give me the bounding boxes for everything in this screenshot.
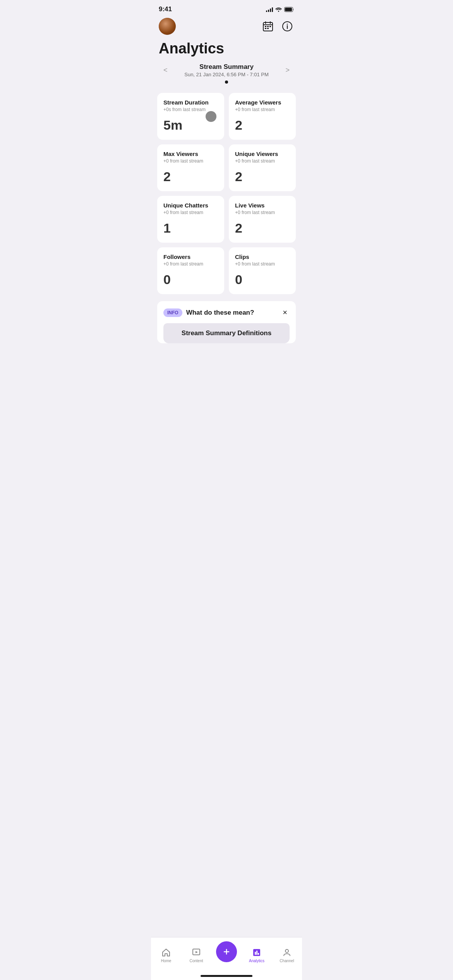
stat-label: Unique Viewers (235, 151, 290, 157)
close-info-button[interactable]: × (280, 307, 290, 318)
stat-card: Max Viewers+0 from last stream2 (157, 144, 224, 191)
info-badge: INFO (163, 308, 182, 317)
stream-date: Sun, 21 Jan 2024, 6:56 PM - 7:01 PM (172, 72, 281, 77)
stat-label: Unique Chatters (163, 202, 218, 209)
stat-value: 0 (235, 272, 290, 287)
stat-card: Unique Viewers+0 from last stream2 (229, 144, 296, 191)
stat-value: 2 (235, 169, 290, 184)
avatar[interactable] (159, 18, 176, 35)
stat-change: +0 from last stream (235, 261, 290, 267)
svg-rect-7 (267, 26, 269, 27)
stream-nav: < Stream Summary Sun, 21 Jan 2024, 6:56 … (159, 63, 294, 77)
page-title: Analytics (159, 40, 294, 57)
svg-rect-6 (265, 26, 266, 27)
svg-rect-1 (285, 8, 292, 11)
stat-change: +0 from last stream (163, 210, 218, 215)
definitions-button[interactable]: Stream Summary Definitions (163, 323, 290, 343)
stat-value: 1 (163, 221, 218, 236)
svg-rect-10 (267, 28, 269, 29)
stat-card: Average Viewers+0 from last stream2 (229, 93, 296, 140)
stat-card: Live Views+0 from last stream2 (229, 196, 296, 243)
stat-change: +0 from last stream (235, 107, 290, 112)
prev-stream-button[interactable]: < (159, 65, 172, 76)
svg-point-13 (287, 24, 288, 25)
stream-summary-title: Stream Summary (172, 63, 281, 71)
info-banner: INFO What do these mean? × Stream Summar… (157, 301, 296, 343)
stat-label: Average Viewers (235, 99, 290, 106)
dot-indicator (159, 81, 294, 84)
stat-value: 2 (163, 169, 218, 184)
calendar-icon (263, 21, 273, 32)
stat-label: Clips (235, 254, 290, 260)
stat-change: +0 from last stream (235, 158, 290, 164)
wifi-icon (275, 7, 282, 12)
status-icons (266, 7, 294, 12)
drag-handle[interactable] (206, 111, 216, 122)
stat-card: Stream Duration+0s from last stream5m (157, 93, 224, 140)
stats-grid: Stream Duration+0s from last stream5mAve… (151, 91, 302, 296)
stat-label: Live Views (235, 202, 290, 209)
stat-label: Stream Duration (163, 99, 218, 106)
page-title-section: Analytics (151, 39, 302, 63)
battery-icon (284, 7, 294, 12)
stat-value: 0 (163, 272, 218, 287)
svg-rect-9 (265, 28, 266, 29)
top-nav (151, 15, 302, 39)
info-left: INFO What do these mean? (163, 308, 254, 317)
stat-change: +0 from last stream (163, 158, 218, 164)
signal-icon (266, 7, 273, 12)
stat-card: Followers+0 from last stream0 (157, 247, 224, 294)
stat-card: Unique Chatters+0 from last stream1 (157, 196, 224, 243)
status-time: 9:41 (159, 5, 172, 13)
calendar-button[interactable] (261, 19, 275, 33)
stat-label: Max Viewers (163, 151, 218, 157)
info-header: INFO What do these mean? × (163, 307, 290, 318)
stat-label: Followers (163, 254, 218, 260)
pagination-dot (225, 81, 228, 84)
next-stream-button[interactable]: > (281, 65, 294, 76)
svg-rect-8 (269, 26, 271, 27)
info-button[interactable] (280, 19, 294, 33)
stat-card: Clips+0 from last stream0 (229, 247, 296, 294)
stat-value: 2 (235, 221, 290, 236)
info-question: What do these mean? (186, 309, 254, 317)
stat-change: +0 from last stream (235, 210, 290, 215)
info-circle-icon (282, 21, 293, 32)
stat-value: 2 (235, 118, 290, 133)
status-bar: 9:41 (151, 0, 302, 15)
stream-title-block: Stream Summary Sun, 21 Jan 2024, 6:56 PM… (172, 63, 281, 77)
stat-change: +0 from last stream (163, 261, 218, 267)
stream-summary-header: < Stream Summary Sun, 21 Jan 2024, 6:56 … (151, 63, 302, 91)
nav-icons (261, 19, 294, 33)
